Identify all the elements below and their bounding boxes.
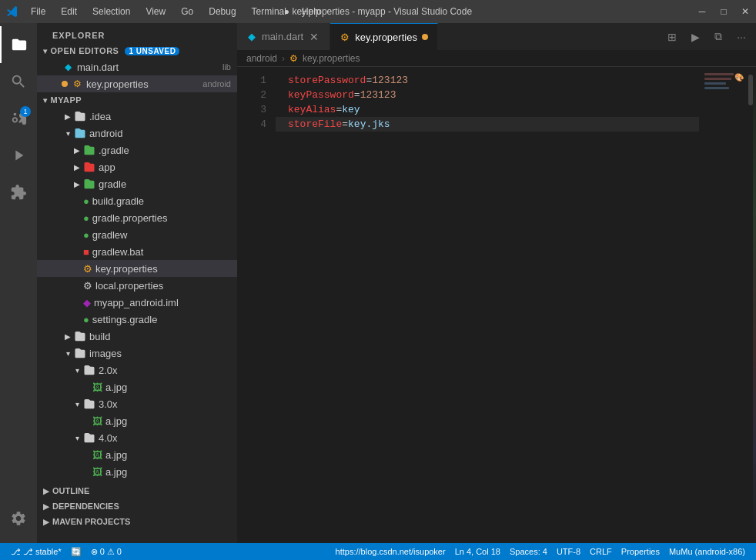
- tree-android-folder[interactable]: ▾ android: [37, 125, 237, 142]
- build-gradle-icon: ●: [83, 195, 89, 207]
- maven-label: MAVEN PROJECTS: [52, 517, 130, 526]
- sidebar-scroll[interactable]: ▾ OPEN EDITORS 1 UNSAVED ◆ main.dart lib…: [37, 43, 237, 543]
- editor-scrollbar[interactable]: [745, 67, 756, 543]
- code-val-4: key.jks: [348, 117, 390, 132]
- source-control-badge: 1: [20, 106, 31, 117]
- minimize-button[interactable]: ─: [697, 6, 707, 17]
- branch-label: ⎇ stable*: [23, 547, 62, 557]
- myapp-label: MYAPP: [51, 95, 82, 105]
- maximize-button[interactable]: □: [719, 6, 728, 17]
- split-editor-button[interactable]: ⊞: [664, 28, 681, 45]
- minimap-line-4: [704, 87, 729, 89]
- main-container: 1 EXPLORER ▾ OPEN EDITORS 1 UNSAVED ◆ ma…: [0, 23, 756, 543]
- menu-view[interactable]: View: [139, 5, 172, 18]
- 4x-ajpg1-label: a.jpg: [105, 449, 127, 461]
- status-spaces[interactable]: Spaces: 4: [505, 543, 552, 560]
- tree-build-folder[interactable]: ▶ build: [37, 328, 237, 345]
- gradle-arrow-icon: ▶: [71, 146, 83, 155]
- code-key-2: keyPassword: [288, 88, 354, 102]
- status-position[interactable]: Ln 4, Col 18: [450, 543, 505, 560]
- breadcrumb-part-key-properties[interactable]: key.properties: [303, 53, 360, 64]
- build-folder-icon: [74, 330, 86, 342]
- activity-run[interactable]: [0, 137, 37, 174]
- gradlew-icon: ●: [83, 229, 89, 241]
- menu-file[interactable]: File: [25, 5, 52, 18]
- tree-gradlew-bat[interactable]: ■ gradlew.bat: [37, 243, 237, 260]
- position-label: Ln 4, Col 18: [455, 547, 500, 556]
- open-editor-key-properties-label: key.properties: [86, 78, 199, 90]
- code-editor[interactable]: 1 2 3 4 storePassword=123123 keyPassword…: [237, 67, 756, 543]
- open-editor-key-properties[interactable]: ⚙ key.properties android: [37, 75, 237, 92]
- activity-source-control[interactable]: 1: [0, 100, 37, 137]
- status-branch[interactable]: ⎇ ⎇ stable*: [6, 543, 66, 560]
- code-content[interactable]: storePassword=123123 keyPassword=123123 …: [276, 67, 699, 543]
- menu-edit[interactable]: Edit: [55, 5, 83, 18]
- dependencies-section[interactable]: ▶ DEPENDENCIES: [37, 498, 237, 514]
- activity-settings[interactable]: [0, 500, 37, 537]
- warning-icon: ⚠: [107, 547, 115, 557]
- tree-gradle-sub-folder[interactable]: ▶ gradle: [37, 175, 237, 192]
- minimap: 🎨: [699, 67, 745, 543]
- tree-4x-ajpg2[interactable]: 🖼 a.jpg: [37, 463, 237, 480]
- code-eq-3: =: [336, 102, 342, 117]
- breadcrumb-part-android[interactable]: android: [246, 53, 277, 64]
- tree-2x-ajpg[interactable]: 🖼 a.jpg: [37, 378, 237, 395]
- status-device[interactable]: MuMu (android-x86): [664, 543, 750, 560]
- local-properties-label: local.properties: [95, 280, 163, 292]
- tree-settings-gradle[interactable]: ● settings.gradle: [37, 311, 237, 328]
- menu-selection[interactable]: Selection: [86, 5, 136, 18]
- tab-main-dart-close[interactable]: ✕: [308, 31, 320, 43]
- local-properties-icon: ⚙: [83, 280, 92, 292]
- error-icon: ⊗: [91, 547, 98, 557]
- tab-main-dart[interactable]: ◆ main.dart ✕: [237, 23, 330, 50]
- dependencies-arrow: ▶: [43, 502, 49, 511]
- activity-explorer[interactable]: [0, 26, 37, 63]
- maven-section[interactable]: ▶ MAVEN PROJECTS: [37, 514, 237, 529]
- outline-section[interactable]: ▶ OUTLINE: [37, 483, 237, 498]
- run-button[interactable]: ▶: [687, 28, 704, 45]
- open-editors-section[interactable]: ▾ OPEN EDITORS 1 UNSAVED: [37, 43, 237, 58]
- split-layout-button[interactable]: ⧉: [710, 28, 727, 45]
- tree-3x-folder[interactable]: ▾ 3.0x: [37, 395, 237, 412]
- status-sync[interactable]: 🔄: [66, 543, 86, 560]
- tree-3x-ajpg[interactable]: 🖼 a.jpg: [37, 412, 237, 429]
- tree-idea-folder[interactable]: ▶ .idea: [37, 108, 237, 125]
- tree-gradle-folder[interactable]: ▶ .gradle: [37, 142, 237, 158]
- tree-4x-folder[interactable]: ▾ 4.0x: [37, 429, 237, 446]
- editor-area: ◆ main.dart ✕ ⚙ key.properties ⊞ ▶ ⧉ ···…: [237, 23, 756, 543]
- open-editor-main-dart[interactable]: ◆ main.dart lib: [37, 58, 237, 75]
- tree-2x-folder[interactable]: ▾ 2.0x: [37, 362, 237, 378]
- maven-arrow: ▶: [43, 518, 49, 526]
- menu-go[interactable]: Go: [175, 5, 199, 18]
- activity-search[interactable]: [0, 63, 37, 100]
- url-label: https://blog.csdn.net/isupoker: [336, 547, 446, 556]
- tab-key-properties[interactable]: ⚙ key.properties: [330, 23, 438, 50]
- sidebar: EXPLORER ▾ OPEN EDITORS 1 UNSAVED ◆ main…: [37, 23, 237, 543]
- app-folder-icon: [83, 161, 95, 173]
- tree-images-folder[interactable]: ▾ images: [37, 345, 237, 362]
- tree-gradle-properties[interactable]: ● gradle.properties: [37, 209, 237, 226]
- activity-extensions[interactable]: [0, 174, 37, 211]
- warning-count: 0: [117, 547, 122, 556]
- close-button[interactable]: ✕: [741, 6, 750, 17]
- tree-4x-ajpg1[interactable]: 🖼 a.jpg: [37, 446, 237, 463]
- images-arrow-icon: ▾: [62, 349, 74, 358]
- tree-myapp-iml[interactable]: ◆ myapp_android.iml: [37, 294, 237, 311]
- menu-debug[interactable]: Debug: [202, 5, 242, 18]
- more-actions-button[interactable]: ···: [733, 28, 750, 45]
- tree-local-properties[interactable]: ⚙ local.properties: [37, 277, 237, 294]
- tab-key-properties-dirty: [422, 34, 428, 40]
- tree-gradlew[interactable]: ● gradlew: [37, 226, 237, 243]
- tree-build-gradle[interactable]: ● build.gradle: [37, 192, 237, 209]
- status-url[interactable]: https://blog.csdn.net/isupoker: [331, 543, 450, 560]
- eol-label: CRLF: [590, 547, 612, 556]
- tree-key-properties[interactable]: ⚙ key.properties: [37, 260, 237, 277]
- gradle-sub-folder-icon: [83, 178, 95, 190]
- status-eol[interactable]: CRLF: [585, 543, 617, 560]
- tree-app-folder[interactable]: ▶ app: [37, 158, 237, 175]
- status-errors[interactable]: ⊗ 0 ⚠ 0: [86, 543, 126, 560]
- myapp-section[interactable]: ▾ MYAPP: [37, 92, 237, 108]
- myapp-arrow: ▾: [43, 96, 48, 105]
- status-language[interactable]: Properties: [617, 543, 664, 560]
- status-encoding[interactable]: UTF-8: [552, 543, 585, 560]
